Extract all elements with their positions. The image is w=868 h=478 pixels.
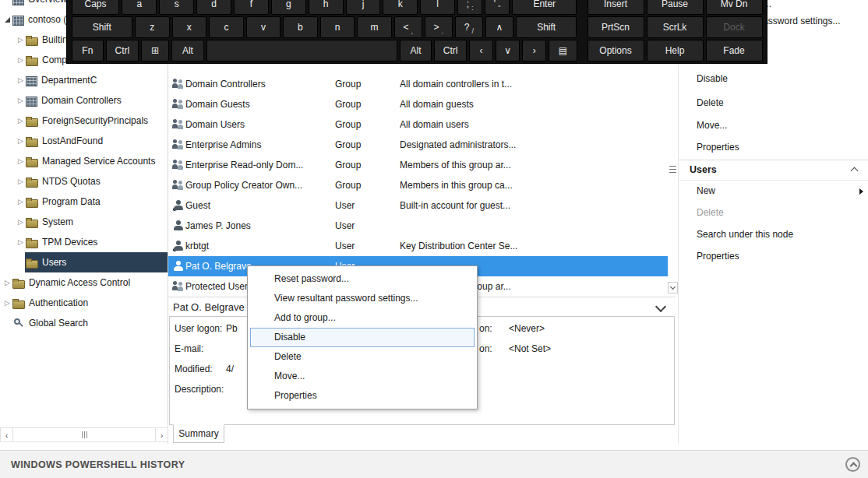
key-semicolon[interactable]: ;: — [457, 0, 482, 15]
sidebar-item-dynamic-access-control[interactable]: ▷Dynamic Access Control — [0, 272, 168, 293]
menu-item-reset-password[interactable]: Reset password... — [248, 269, 477, 289]
expand-arrow[interactable]: ▷ — [16, 138, 26, 145]
sidebar-item-system[interactable]: ▷System — [0, 212, 168, 232]
menu-item-properties[interactable]: Properties — [248, 386, 477, 406]
expand-arrow[interactable]: ▷ — [16, 178, 26, 185]
key-right-arrow[interactable]: › — [522, 40, 546, 62]
task-users-delete[interactable]: Delete — [697, 207, 724, 220]
key-l[interactable]: l — [420, 0, 455, 15]
list-row-domain-guests[interactable]: Domain GuestsGroupAll domain guests — [168, 94, 668, 114]
expand-arrow[interactable]: ▷ — [2, 300, 12, 307]
key-fn[interactable]: Fn — [72, 40, 104, 62]
expand-arrow[interactable]: ▷ — [16, 37, 26, 44]
key-a[interactable]: a — [122, 0, 157, 15]
task-move[interactable]: Move... — [697, 120, 727, 132]
key-comma[interactable]: <, — [394, 16, 422, 38]
key-alt[interactable]: Alt — [171, 40, 204, 62]
sidebar-item-authentication[interactable]: ▷Authentication — [0, 293, 168, 313]
list-row-guest[interactable]: GuestUserBuilt-in account for guest... — [168, 195, 668, 216]
key-pause[interactable]: Pause — [647, 0, 704, 15]
task-users-new[interactable]: New — [697, 185, 715, 198]
tab-summary[interactable]: Summary — [173, 424, 224, 443]
key-menu[interactable]: ▤ — [549, 40, 577, 62]
key-left-arrow[interactable]: ‹ — [469, 40, 493, 62]
key-caps[interactable]: Caps — [72, 0, 120, 15]
list-row-domain-controllers[interactable]: Domain ControllersGroupAll domain contro… — [168, 74, 668, 94]
key-b[interactable]: b — [283, 16, 318, 38]
scroll-left-button[interactable]: ‹ — [0, 428, 13, 441]
key-space[interactable] — [206, 40, 397, 62]
expand-arrow[interactable]: ▷ — [16, 219, 26, 226]
task-properties[interactable]: Properties — [697, 142, 739, 154]
key-quote[interactable]: '" — [485, 0, 510, 15]
menu-item-move[interactable]: Move... — [248, 367, 477, 386]
chevron-down-icon[interactable] — [655, 301, 666, 312]
key-ctrl[interactable]: Ctrl — [434, 40, 467, 62]
list-row-enterprise-admins[interactable]: Enterprise AdminsGroupDesignated adminis… — [168, 135, 668, 155]
scrollbar-grip[interactable] — [669, 166, 676, 175]
sidebar-item-lostandfound[interactable]: ▷LostAndFound — [0, 131, 168, 151]
expand-toggle[interactable] — [845, 457, 860, 472]
key-h[interactable]: h — [309, 0, 344, 15]
sidebar-item-ntds-quotas[interactable]: ▷NTDS Quotas — [0, 171, 168, 192]
key-j[interactable]: j — [346, 0, 381, 15]
key-fade[interactable]: Fade — [706, 40, 763, 62]
scroll-down-button[interactable] — [668, 282, 678, 293]
scrollbar-grip[interactable] — [82, 431, 87, 438]
key-z[interactable]: z — [135, 16, 170, 38]
menu-item-add-to-group[interactable]: Add to group... — [248, 308, 477, 328]
expand-arrow[interactable]: ▷ — [16, 57, 26, 64]
key-mv-dn[interactable]: Mv Dn — [706, 0, 763, 15]
sidebar-item-foreignsecurityprincipals[interactable]: ▷ForeignSecurityPrincipals — [0, 111, 168, 131]
key-slash[interactable]: ?/ — [455, 16, 483, 38]
expand-arrow[interactable]: ▷ — [16, 118, 26, 125]
key-f[interactable]: f — [234, 0, 269, 15]
task-users-properties[interactable]: Properties — [697, 251, 739, 263]
powershell-history-bar[interactable]: WINDOWS POWERSHELL HISTORY — [0, 450, 868, 478]
task-disable[interactable]: Disable — [697, 73, 728, 86]
list-row-james-p-jones[interactable]: James P. JonesUser — [168, 216, 668, 236]
key-down-arrow[interactable]: ∨ — [496, 40, 520, 62]
list-row-krbtgt[interactable]: krbtgtUserKey Distribution Center Se... — [168, 236, 668, 256]
key-up-arrow[interactable]: ∧ — [485, 16, 513, 38]
expand-arrow[interactable]: ▷ — [16, 199, 26, 206]
sidebar-item-global-search[interactable]: Global Search — [0, 313, 168, 333]
key-shift[interactable]: Shift — [72, 16, 133, 38]
sidebar-item-departmentc[interactable]: ▷DepartmentC — [0, 70, 168, 90]
key-win[interactable]: ⊞ — [141, 40, 169, 62]
key-ctrl[interactable]: Ctrl — [106, 40, 139, 62]
key-insert[interactable]: Insert — [587, 0, 644, 15]
list-row-domain-users[interactable]: Domain UsersGroupAll domain users — [168, 114, 668, 135]
key-enter[interactable]: Enter — [512, 0, 577, 15]
expand-arrow[interactable]: ▷ — [16, 158, 26, 165]
expand-arrow[interactable]: ▷ — [2, 279, 12, 286]
scroll-right-button[interactable]: › — [155, 428, 168, 441]
key-s[interactable]: s — [159, 0, 194, 15]
expand-arrow[interactable]: ▷ — [16, 97, 26, 104]
sidebar-item-domain-controllers[interactable]: ▷Domain Controllers — [0, 90, 168, 111]
key-c[interactable]: c — [209, 16, 244, 38]
key-n[interactable]: n — [320, 16, 355, 38]
chevron-up-icon[interactable] — [851, 167, 859, 175]
task-delete[interactable]: Delete — [697, 97, 724, 110]
collapse-arrow[interactable] — [2, 17, 12, 23]
key-d[interactable]: d — [196, 0, 231, 15]
key-k[interactable]: k — [383, 0, 418, 15]
key-options[interactable]: Options — [587, 40, 644, 62]
sidebar-item-users[interactable]: Users — [0, 252, 168, 272]
list-row-group-policy-creator-own[interactable]: Group Policy Creator Own...GroupMembers … — [168, 175, 668, 195]
key-m[interactable]: m — [357, 16, 392, 38]
key-prtscn[interactable]: PrtScn — [587, 16, 644, 38]
key-v[interactable]: v — [246, 16, 281, 38]
list-row-enterprise-read-only-dom[interactable]: Enterprise Read-only Dom...GroupMembers … — [168, 155, 668, 175]
expand-arrow[interactable]: ▷ — [16, 239, 26, 246]
key-shift[interactable]: Shift — [516, 16, 577, 38]
expand-arrow[interactable]: ▷ — [16, 77, 26, 84]
key-alt[interactable]: Alt — [400, 40, 432, 62]
key-help[interactable]: Help — [647, 40, 704, 62]
menu-item-delete[interactable]: Delete — [248, 347, 477, 367]
sidebar-item-program-data[interactable]: ▷Program Data — [0, 192, 168, 212]
key-period[interactable]: >. — [425, 16, 453, 38]
key-scrlk[interactable]: ScrLk — [647, 16, 704, 38]
key-x[interactable]: x — [172, 16, 207, 38]
